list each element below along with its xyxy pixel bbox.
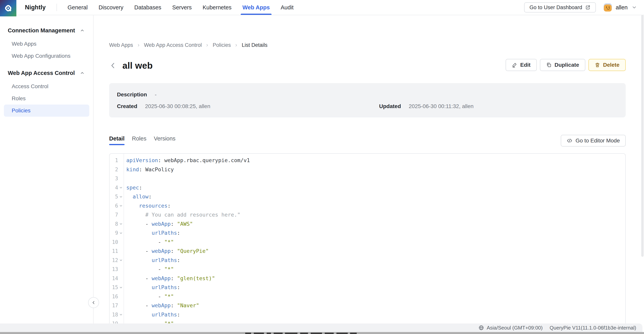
sidebar-item-roles[interactable]: Roles bbox=[0, 93, 93, 105]
clipped-text-fragment bbox=[300, 333, 308, 334]
clipped-text-fragment bbox=[350, 333, 357, 334]
fold-chevron-icon[interactable] bbox=[118, 195, 124, 199]
avatar-eye-right bbox=[609, 7, 610, 8]
pencil-icon bbox=[512, 62, 517, 68]
nav-item-servers[interactable]: Servers bbox=[172, 0, 192, 15]
breadcrumb-policies[interactable]: Policies bbox=[213, 42, 231, 48]
policy-meta-panel: Description - Created 2025-06-30 00:08:2… bbox=[109, 83, 626, 117]
sidebar-item-web-apps[interactable]: Web Apps bbox=[0, 38, 93, 50]
line-number: 16 bbox=[110, 294, 118, 299]
breadcrumb-web-app-access-control[interactable]: Web App Access Control bbox=[144, 42, 202, 48]
fold-chevron-icon[interactable] bbox=[118, 204, 124, 208]
sidebar-section-connection-management: Connection ManagementWeb AppsWeb App Con… bbox=[0, 27, 93, 62]
page-title: all web bbox=[122, 60, 153, 71]
line-number: 10 bbox=[110, 239, 118, 245]
nav-item-kubernetes[interactable]: Kubernetes bbox=[203, 0, 232, 15]
page-scrollbar[interactable] bbox=[641, 15, 644, 257]
user-name[interactable]: allen bbox=[616, 4, 628, 11]
edit-button[interactable]: Edit bbox=[506, 59, 537, 71]
code-line-text: # You can add resources here." bbox=[126, 210, 240, 219]
nav-item-databases[interactable]: Databases bbox=[134, 0, 162, 15]
back-button[interactable] bbox=[109, 62, 117, 70]
sidebar-section-header-connection-management[interactable]: Connection Management bbox=[0, 27, 93, 34]
code-line-6: resources: bbox=[124, 201, 625, 210]
detail-tabs: DetailRolesVersions bbox=[109, 132, 176, 145]
fold-chevron-icon[interactable] bbox=[118, 186, 124, 189]
line-number: 5 bbox=[110, 194, 118, 200]
go-to-user-dashboard-button[interactable]: Go to User Dashboard bbox=[524, 2, 596, 13]
code-line-text: - webApp: "AWS" bbox=[126, 219, 193, 229]
code-line-17: - webApp: "Naver" bbox=[124, 301, 625, 310]
editor-gutter: 1234567891011121314151617181920 bbox=[110, 154, 124, 334]
sidebar-section-title: Connection Management bbox=[8, 27, 75, 34]
user-avatar[interactable] bbox=[604, 3, 612, 12]
duplicate-button-label: Duplicate bbox=[554, 62, 579, 68]
chevron-up-icon bbox=[80, 71, 84, 75]
querypie-logo[interactable] bbox=[0, 0, 16, 17]
duplicate-button[interactable]: Duplicate bbox=[540, 59, 585, 71]
sidebar-item-web-app-configurations[interactable]: Web App Configurations bbox=[0, 50, 93, 62]
description-row: Description - bbox=[117, 91, 626, 98]
line-number: 17 bbox=[110, 302, 118, 308]
chevron-up-icon bbox=[80, 28, 84, 33]
topbar-right-cluster: Go to User Dashboard allen bbox=[524, 2, 637, 13]
clipped-text-fragment bbox=[274, 333, 283, 334]
brand-divider bbox=[56, 4, 57, 11]
line-number: 15 bbox=[110, 284, 118, 290]
code-line-text: resources: bbox=[126, 201, 171, 210]
gutter-row-17: 17 bbox=[110, 301, 124, 310]
code-line-9: urlPaths: bbox=[124, 228, 625, 238]
sidebar: Connection ManagementWeb AppsWeb App Con… bbox=[0, 15, 94, 323]
line-number: 8 bbox=[110, 221, 118, 227]
fold-chevron-icon[interactable] bbox=[118, 231, 124, 235]
timezone-text: Asia/Seoul (GMT+09:00) bbox=[487, 325, 543, 331]
tab-detail[interactable]: Detail bbox=[109, 132, 124, 145]
fold-chevron-icon[interactable] bbox=[118, 313, 124, 316]
nav-item-discovery[interactable]: Discovery bbox=[99, 0, 124, 15]
sidebar-item-policies[interactable]: Policies bbox=[4, 105, 89, 117]
tab-roles[interactable]: Roles bbox=[132, 132, 146, 145]
nav-item-general[interactable]: General bbox=[68, 0, 88, 15]
code-line-text: - "*" bbox=[126, 292, 174, 301]
sidebar-item-access-control[interactable]: Access Control bbox=[0, 80, 93, 93]
gutter-row-15: 15 bbox=[110, 283, 124, 292]
line-number: 12 bbox=[110, 257, 118, 263]
code-line-5: allow: bbox=[124, 192, 625, 201]
gutter-row-9: 9 bbox=[110, 228, 124, 238]
gutter-row-5: 5 bbox=[110, 192, 124, 201]
breadcrumb-web-apps[interactable]: Web Apps bbox=[109, 42, 133, 48]
delete-button[interactable]: Delete bbox=[588, 59, 626, 71]
tab-versions[interactable]: Versions bbox=[154, 132, 176, 145]
line-number: 13 bbox=[110, 266, 118, 272]
globe-icon bbox=[478, 325, 484, 330]
updated-pair: Updated 2025-06-30 00:11:32, allen bbox=[379, 103, 474, 109]
editor-code-area[interactable]: apiVersion: webApp.rbac.querypie.com/v1k… bbox=[124, 154, 625, 334]
code-line-11: - webApp: "QueryPie" bbox=[124, 247, 625, 256]
code-line-3 bbox=[124, 174, 625, 183]
nav-item-web-apps[interactable]: Web Apps bbox=[242, 0, 270, 15]
code-line-text: - "*" bbox=[126, 265, 174, 274]
querypie-logo-icon bbox=[3, 3, 13, 13]
code-line-4: spec: bbox=[124, 183, 625, 192]
fold-chevron-icon[interactable] bbox=[118, 258, 124, 262]
fold-chevron-icon[interactable] bbox=[118, 286, 124, 289]
breadcrumb-list-details: List Details bbox=[242, 42, 268, 48]
version-status: QueryPie V11(11.1.0-06f1b3e-internal) bbox=[550, 325, 636, 331]
sidebar-section-header-web-app-access-control[interactable]: Web App Access Control bbox=[0, 69, 93, 77]
gutter-row-1: 1 bbox=[110, 156, 124, 165]
created-value: 2025-06-30 00:08:25, allen bbox=[145, 103, 210, 109]
breadcrumb-separator-icon bbox=[137, 43, 140, 47]
primary-nav: GeneralDiscoveryDatabasesServersKubernet… bbox=[68, 0, 294, 15]
line-number: 4 bbox=[110, 185, 118, 191]
code-line-7: # You can add resources here." bbox=[124, 210, 625, 219]
code-icon bbox=[566, 138, 572, 144]
gutter-row-16: 16 bbox=[110, 292, 124, 301]
yaml-editor[interactable]: 1234567891011121314151617181920 apiVersi… bbox=[109, 153, 626, 334]
sidebar-collapse-button[interactable] bbox=[88, 297, 99, 308]
fold-chevron-icon[interactable] bbox=[118, 222, 124, 226]
nav-item-audit[interactable]: Audit bbox=[281, 0, 294, 15]
go-to-editor-mode-button[interactable]: Go to Editor Mode bbox=[561, 135, 626, 147]
breadcrumb: Web AppsWeb App Access ControlPoliciesLi… bbox=[109, 42, 268, 48]
user-menu-chevron-down-icon[interactable] bbox=[632, 5, 637, 10]
copy-icon bbox=[546, 62, 552, 68]
